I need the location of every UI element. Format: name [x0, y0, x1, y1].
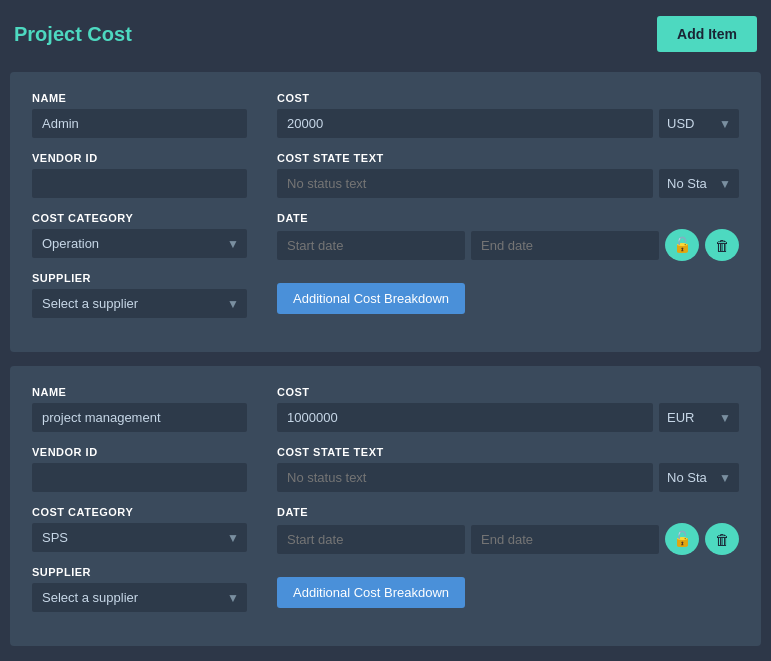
- cost-group-2: COST USDEURGBP ▼: [277, 386, 739, 432]
- category-select-wrapper-1: OperationSPSOther ▼: [32, 229, 247, 258]
- vendor-label-1: VENDOR ID: [32, 152, 247, 164]
- supplier-label-1: SUPPLIER: [32, 272, 247, 284]
- name-group-1: NAME: [32, 92, 247, 138]
- cost-label-1: COST: [277, 92, 739, 104]
- cards-container: NAME VENDOR ID COST CATEGORY OperationSP…: [10, 72, 761, 646]
- app-container: Project Cost Add Item NAME VENDOR ID COS…: [0, 0, 771, 661]
- vendor-group-1: VENDOR ID: [32, 152, 247, 198]
- date-row-1: 🔓 🗑: [277, 229, 739, 261]
- supplier-group-2: SUPPLIER Select a supplier ▼: [32, 566, 247, 612]
- name-group-2: NAME: [32, 386, 247, 432]
- status-label-1: COST STATE TEXT: [277, 152, 739, 164]
- status-select-wrapper-1: No Sta ▼: [659, 169, 739, 198]
- supplier-select-2[interactable]: Select a supplier: [32, 583, 247, 612]
- cost-label-2: COST: [277, 386, 739, 398]
- breakdown-row-2: Additional Cost Breakdown: [277, 569, 739, 608]
- cost-card-2: NAME VENDOR ID COST CATEGORY OperationSP…: [10, 366, 761, 646]
- start-date-input-1[interactable]: [277, 231, 465, 260]
- vendor-group-2: VENDOR ID: [32, 446, 247, 492]
- breakdown-button-2[interactable]: Additional Cost Breakdown: [277, 577, 465, 608]
- currency-select-1[interactable]: USDEURGBP: [659, 109, 739, 138]
- cost-row-1: USDEURGBP ▼: [277, 109, 739, 138]
- breakdown-row-1: Additional Cost Breakdown: [277, 275, 739, 314]
- status-input-2[interactable]: [277, 463, 653, 492]
- cost-group-1: COST USDEURGBP ▼: [277, 92, 739, 138]
- cost-card-1: NAME VENDOR ID COST CATEGORY OperationSP…: [10, 72, 761, 352]
- lock-button-2[interactable]: 🔓: [665, 523, 699, 555]
- category-select-1[interactable]: OperationSPSOther: [32, 229, 247, 258]
- supplier-group-1: SUPPLIER Select a supplier ▼: [32, 272, 247, 318]
- date-row-2: 🔓 🗑: [277, 523, 739, 555]
- name-label-2: NAME: [32, 386, 247, 398]
- status-group-2: COST STATE TEXT No Sta ▼: [277, 446, 739, 492]
- date-label-1: DATE: [277, 212, 739, 224]
- vendor-input-1[interactable]: [32, 169, 247, 198]
- status-label-2: COST STATE TEXT: [277, 446, 739, 458]
- supplier-label-2: SUPPLIER: [32, 566, 247, 578]
- status-input-1[interactable]: [277, 169, 653, 198]
- status-row-1: No Sta ▼: [277, 169, 739, 198]
- end-date-input-2[interactable]: [471, 525, 659, 554]
- form-grid-1: NAME VENDOR ID COST CATEGORY OperationSP…: [32, 92, 739, 332]
- vendor-label-2: VENDOR ID: [32, 446, 247, 458]
- category-group-2: COST CATEGORY OperationSPSOther ▼: [32, 506, 247, 552]
- supplier-select-wrapper-1: Select a supplier ▼: [32, 289, 247, 318]
- status-select-1[interactable]: No Sta: [659, 169, 739, 198]
- form-grid-2: NAME VENDOR ID COST CATEGORY OperationSP…: [32, 386, 739, 626]
- status-select-wrapper-2: No Sta ▼: [659, 463, 739, 492]
- date-label-2: DATE: [277, 506, 739, 518]
- header: Project Cost Add Item: [10, 10, 761, 58]
- name-input-1[interactable]: [32, 109, 247, 138]
- delete-button-1[interactable]: 🗑: [705, 229, 739, 261]
- left-col-1: NAME VENDOR ID COST CATEGORY OperationSP…: [32, 92, 247, 332]
- status-row-2: No Sta ▼: [277, 463, 739, 492]
- supplier-select-wrapper-2: Select a supplier ▼: [32, 583, 247, 612]
- date-group-2: DATE 🔓 🗑: [277, 506, 739, 555]
- status-select-2[interactable]: No Sta: [659, 463, 739, 492]
- category-label-2: COST CATEGORY: [32, 506, 247, 518]
- currency-wrapper-2: USDEURGBP ▼: [659, 403, 739, 432]
- supplier-select-1[interactable]: Select a supplier: [32, 289, 247, 318]
- category-label-1: COST CATEGORY: [32, 212, 247, 224]
- status-group-1: COST STATE TEXT No Sta ▼: [277, 152, 739, 198]
- right-col-1: COST USDEURGBP ▼ COST STATE TEXT: [277, 92, 739, 332]
- category-select-wrapper-2: OperationSPSOther ▼: [32, 523, 247, 552]
- vendor-input-2[interactable]: [32, 463, 247, 492]
- category-select-2[interactable]: OperationSPSOther: [32, 523, 247, 552]
- lock-button-1[interactable]: 🔓: [665, 229, 699, 261]
- end-date-input-1[interactable]: [471, 231, 659, 260]
- page-title: Project Cost: [14, 23, 132, 46]
- delete-button-2[interactable]: 🗑: [705, 523, 739, 555]
- breakdown-button-1[interactable]: Additional Cost Breakdown: [277, 283, 465, 314]
- name-input-2[interactable]: [32, 403, 247, 432]
- cost-row-2: USDEURGBP ▼: [277, 403, 739, 432]
- left-col-2: NAME VENDOR ID COST CATEGORY OperationSP…: [32, 386, 247, 626]
- category-group-1: COST CATEGORY OperationSPSOther ▼: [32, 212, 247, 258]
- cost-input-2[interactable]: [277, 403, 653, 432]
- add-item-button[interactable]: Add Item: [657, 16, 757, 52]
- cost-input-1[interactable]: [277, 109, 653, 138]
- currency-select-2[interactable]: USDEURGBP: [659, 403, 739, 432]
- currency-wrapper-1: USDEURGBP ▼: [659, 109, 739, 138]
- name-label-1: NAME: [32, 92, 247, 104]
- right-col-2: COST USDEURGBP ▼ COST STATE TEXT: [277, 386, 739, 626]
- date-group-1: DATE 🔓 🗑: [277, 212, 739, 261]
- start-date-input-2[interactable]: [277, 525, 465, 554]
